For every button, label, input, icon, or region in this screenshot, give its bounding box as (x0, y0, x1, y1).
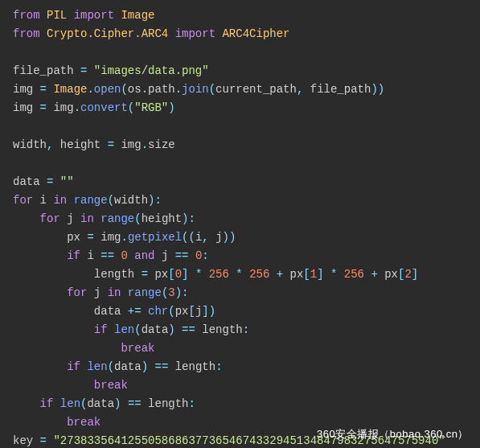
code-line (13, 43, 480, 62)
token-var: img (13, 101, 40, 114)
token-op: : (243, 323, 249, 336)
token-kw: if (67, 360, 87, 373)
token-var: data (13, 175, 47, 188)
token-op: == (182, 323, 202, 336)
token-op: ) (168, 101, 174, 114)
code-line (13, 117, 480, 136)
code-line (13, 154, 480, 173)
code-line: if i == 0 and j == 0: (13, 247, 480, 265)
token-op: ( (134, 212, 141, 225)
token-op: == (175, 249, 195, 262)
token-op: ( (168, 305, 174, 318)
token-op: ): (175, 286, 189, 299)
token-kw: if (40, 397, 60, 410)
token-op: ( (108, 194, 114, 207)
token-kw: in (80, 212, 101, 225)
token-num: 256 (249, 268, 277, 281)
token-op: == (154, 360, 174, 373)
token-op: = (80, 64, 94, 77)
token-var: data (94, 305, 128, 318)
code-line: break (13, 339, 480, 358)
token-op: ( (209, 83, 215, 96)
token-kw: from (13, 9, 47, 22)
token-op: : (189, 397, 195, 410)
token-var: file_path (310, 83, 371, 96)
token-fn: open (94, 83, 121, 96)
token-op: [ (303, 268, 310, 281)
token-num: 0 (175, 268, 182, 281)
token-var: length (175, 360, 215, 373)
token-var: px (154, 268, 168, 281)
token-var: key (13, 434, 40, 447)
token-mod: ARC4Cipher (222, 27, 289, 40)
token-mod: Crypto.Cipher.ARC4 (47, 27, 175, 40)
token-op: ] (182, 268, 195, 281)
token-op: ): (148, 194, 162, 207)
token-fn: chr (148, 305, 168, 318)
token-num: 256 (344, 268, 371, 281)
code-line: for j in range(height): (13, 210, 480, 228)
token-op: ] (412, 268, 418, 281)
token-var: px (290, 268, 304, 281)
code-line: from PIL import Image (13, 6, 480, 25)
token-op: == (128, 397, 148, 410)
token-op: [ (189, 305, 195, 318)
token-fn: getpixel (128, 231, 182, 244)
token-mod: PIL (47, 9, 74, 22)
token-kw: if (94, 323, 114, 336)
token-var: i (40, 194, 54, 207)
token-num: 256 (209, 268, 236, 281)
code-line: px = img.getpixel((i, j)) (13, 228, 480, 247)
token-var: width (13, 138, 47, 151)
token-var: length (94, 268, 142, 281)
token-str: "images/data.png" (94, 64, 209, 77)
token-var: j (94, 286, 108, 299)
code-line: if len(data) == length: (13, 395, 480, 413)
token-kw: for (40, 212, 68, 225)
token-kw: and (134, 249, 162, 262)
code-line: file_path = "images/data.png" (13, 62, 480, 80)
token-op: , (297, 83, 310, 96)
token-op: : (202, 249, 208, 262)
token-var: current_path (215, 83, 297, 96)
token-op: = (108, 138, 121, 151)
token-var: img (13, 83, 40, 96)
token-op: [ (168, 268, 174, 281)
token-op: . (87, 83, 93, 96)
token-op: * (236, 268, 249, 281)
token-op: = (87, 231, 101, 244)
token-var: height (60, 138, 108, 151)
token-op: + (371, 268, 384, 281)
code-line: data += chr(px[j]) (13, 302, 480, 321)
code-line: width, height = img.size (13, 136, 480, 154)
token-op: == (101, 249, 121, 262)
token-num: 2 (404, 268, 411, 281)
token-fn: range (128, 286, 162, 299)
code-line: data = "" (13, 173, 480, 191)
token-op: = (142, 268, 155, 281)
token-op: : (215, 360, 222, 373)
token-var: length (148, 397, 188, 410)
token-op: * (195, 268, 209, 281)
token-op: . (142, 83, 148, 96)
code-line: img = Image.open(os.path.join(current_pa… (13, 80, 480, 99)
code-block: from PIL import Imagefrom Crypto.Cipher.… (0, 0, 480, 448)
token-var: j (215, 231, 222, 244)
token-op: * (330, 268, 344, 281)
token-op: = (40, 83, 54, 96)
token-var: px (175, 305, 189, 318)
code-line: for i in range(width): (13, 191, 480, 210)
code-line: if len(data) == length: (13, 321, 480, 339)
token-var: px (384, 268, 398, 281)
token-ctl: break (121, 342, 154, 355)
token-op: ) (142, 360, 155, 373)
token-var: width (114, 194, 148, 207)
token-num: 3 (168, 286, 174, 299)
token-op: ] (317, 268, 330, 281)
token-fn: range (101, 212, 134, 225)
token-str: "RGB" (134, 101, 168, 114)
token-op: ]) (202, 305, 215, 318)
token-var: data (142, 323, 169, 336)
token-var: px (67, 231, 87, 244)
token-op: ( (121, 83, 127, 96)
